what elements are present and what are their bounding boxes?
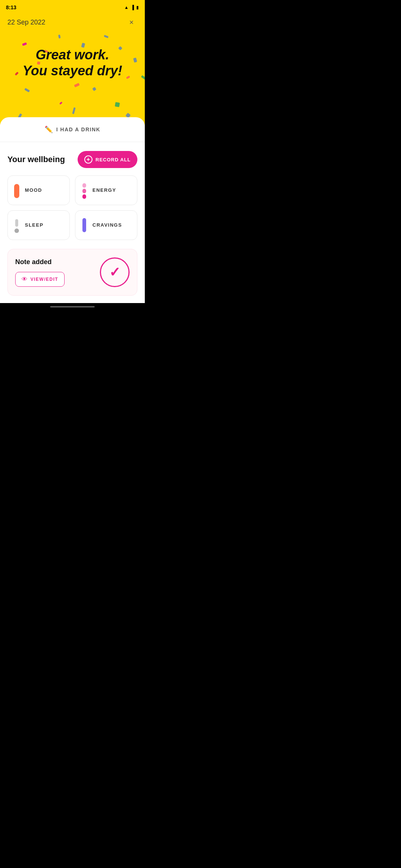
close-button[interactable]: × [125, 16, 137, 28]
view-edit-button[interactable]: 👁 VIEW/EDIT [15, 272, 65, 287]
note-content: Note added 👁 VIEW/EDIT [15, 258, 94, 287]
energy-bar-icon [81, 182, 87, 198]
content-section: ✏️ I HAD A DRINK Your wellbeing + RECORD… [0, 117, 145, 303]
wifi-icon: ▲ [124, 5, 129, 10]
celebration-message: Great work. You stayed dry! [7, 36, 137, 86]
record-all-button[interactable]: + RECORD ALL [78, 151, 137, 168]
mood-card[interactable]: MOOD [7, 175, 70, 205]
energy-card[interactable]: ENERGY [75, 175, 137, 205]
sleep-label: SLEEP [25, 222, 43, 228]
had-drink-button[interactable]: ✏️ I HAD A DRINK [0, 117, 145, 142]
status-bar: 8:13 ▲ ▐ ▮ [0, 0, 145, 13]
sleep-card[interactable]: SLEEP [7, 210, 70, 240]
record-all-label: RECORD ALL [95, 157, 131, 162]
celebration-line2: You stayed dry! [23, 63, 123, 78]
screen: 8:13 ▲ ▐ ▮ 22 Sep 2022 × Great work. You… [0, 0, 145, 310]
header-top: 22 Sep 2022 × [7, 13, 137, 36]
wellbeing-section: Your wellbeing + RECORD ALL MOOD [0, 142, 145, 249]
mood-label: MOOD [25, 187, 42, 193]
celebration-line1: Great work. [36, 47, 109, 62]
cravings-label: CRAVINGS [92, 222, 122, 228]
pencil-icon: ✏️ [45, 125, 53, 134]
note-title: Note added [15, 258, 94, 266]
header-section: 22 Sep 2022 × Great work. You stayed dry… [0, 13, 145, 125]
energy-label: ENERGY [92, 187, 116, 193]
view-edit-label: VIEW/EDIT [30, 277, 58, 282]
date-display: 22 Sep 2022 [7, 19, 45, 26]
had-drink-label: I HAD A DRINK [56, 126, 101, 132]
wellbeing-grid: MOOD ENERGY [7, 175, 137, 240]
mood-bar-icon [14, 182, 20, 198]
wellbeing-title: Your wellbeing [7, 155, 65, 164]
cravings-bar-icon [81, 217, 87, 233]
plus-icon: + [84, 155, 92, 164]
home-bar [50, 306, 95, 308]
eye-icon: 👁 [22, 276, 27, 283]
status-time: 8:13 [6, 4, 16, 10]
note-section: Note added 👁 VIEW/EDIT ✓ [7, 249, 137, 296]
sleep-bar-icon [14, 217, 20, 233]
wellbeing-header: Your wellbeing + RECORD ALL [7, 151, 137, 168]
home-indicator [0, 303, 145, 310]
status-icons: ▲ ▐ ▮ [124, 5, 139, 10]
battery-icon: ▮ [136, 5, 139, 10]
signal-icon: ▐ [131, 5, 134, 10]
check-mark: ✓ [109, 264, 120, 280]
cravings-card[interactable]: CRAVINGS [75, 210, 137, 240]
check-circle: ✓ [100, 257, 130, 287]
